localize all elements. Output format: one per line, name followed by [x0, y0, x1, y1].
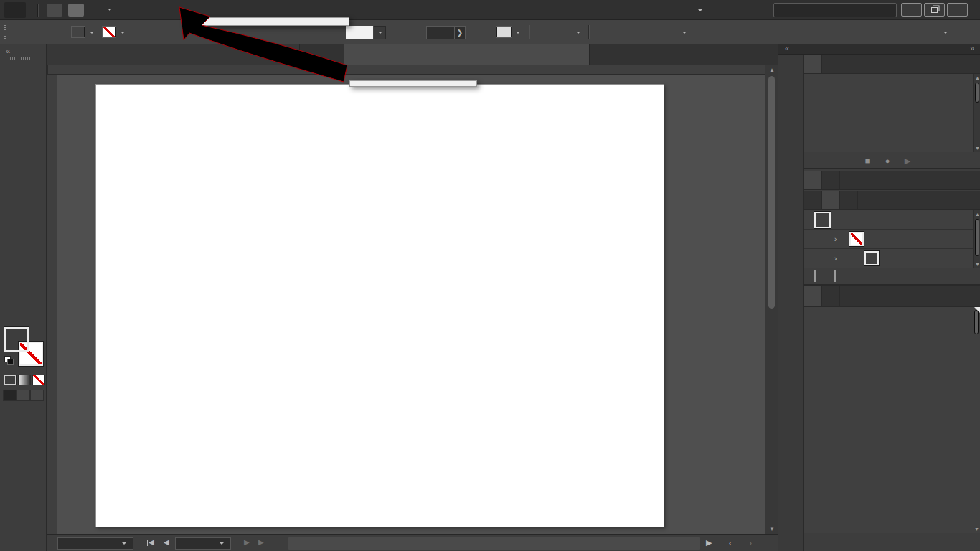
scroll-down-icon[interactable]: ▼: [975, 146, 980, 151]
style-swatch[interactable]: [496, 27, 512, 37]
align-objects-icon[interactable]: [644, 26, 656, 39]
tab-artboards[interactable]: [822, 286, 840, 306]
brush-definition-chevron[interactable]: [374, 26, 386, 39]
vertical-scrollbar[interactable]: ▲ ▼: [765, 65, 778, 534]
panel-menu-icon[interactable]: [965, 59, 976, 69]
artboard[interactable]: [95, 84, 664, 527]
delete-icon[interactable]: [963, 155, 975, 166]
share-icon[interactable]: [116, 3, 131, 17]
tab-layers[interactable]: [804, 286, 822, 306]
tab-appearance[interactable]: [822, 191, 840, 209]
new-action-icon[interactable]: [945, 155, 956, 166]
collapse-panel-icon[interactable]: «: [6, 47, 10, 55]
scroll-left-icon[interactable]: ‹: [729, 538, 732, 548]
stock-button[interactable]: [68, 4, 84, 17]
add-effect-icon[interactable]: [854, 273, 866, 284]
canvas-viewport[interactable]: [57, 75, 765, 534]
draw-inside-mode[interactable]: [30, 390, 44, 401]
ruler-origin-box[interactable]: [47, 65, 57, 75]
delete-layer-icon[interactable]: [961, 536, 972, 547]
expander-icon[interactable]: ›: [834, 255, 837, 263]
draw-normal-mode[interactable]: [3, 390, 17, 401]
appearance-scrollbar[interactable]: ▲ ▼: [973, 210, 980, 268]
scroll-right-icon[interactable]: ›: [749, 538, 752, 548]
duplicate-item-icon[interactable]: [935, 271, 946, 283]
tab-asset-export[interactable]: [840, 191, 858, 209]
minimize-button[interactable]: [901, 3, 922, 17]
document-tab-active[interactable]: [344, 44, 590, 65]
layers-scrollbar[interactable]: ▼: [973, 307, 980, 533]
tab-links[interactable]: [804, 171, 822, 189]
panel-menu-icon[interactable]: [965, 291, 976, 301]
selection-handle[interactable]: [263, 495, 268, 500]
arrange-documents-icon[interactable]: [89, 3, 103, 17]
next-artboard-icon[interactable]: ▶: [244, 538, 250, 546]
scroll-up-icon[interactable]: ▲: [975, 75, 980, 80]
scrollbar-thumb[interactable]: [768, 76, 775, 309]
delete-icon[interactable]: [955, 271, 966, 283]
fill-swatch[interactable]: [4, 327, 29, 352]
gradient-button[interactable]: [18, 375, 31, 385]
recolor-artwork-icon[interactable]: [537, 26, 550, 39]
scroll-up-icon[interactable]: ▲: [765, 67, 778, 73]
none-button[interactable]: [32, 375, 45, 385]
zoom-level-dropdown[interactable]: [57, 537, 133, 550]
scrollbar-thumb[interactable]: [974, 310, 979, 334]
new-sublayer-icon[interactable]: [920, 536, 931, 547]
color-button[interactable]: [4, 375, 17, 385]
locate-object-icon[interactable]: [881, 536, 892, 547]
begin-recording-icon[interactable]: ●: [882, 155, 893, 166]
chevron-down-icon[interactable]: [943, 32, 948, 36]
distribute-objects-icon[interactable]: [666, 26, 677, 39]
stroke-none-swatch[interactable]: [849, 232, 864, 246]
selection-handle[interactable]: [232, 495, 237, 500]
panel-menu-icon[interactable]: [965, 195, 976, 205]
chevron-down-icon[interactable]: [121, 32, 125, 36]
actions-scrollbar[interactable]: ▲ ▼: [973, 74, 980, 152]
scrollbar-thumb[interactable]: [975, 83, 979, 103]
collect-for-export-icon[interactable]: [859, 536, 871, 547]
chevron-down-icon[interactable]: [576, 32, 580, 36]
scroll-down-icon[interactable]: ▼: [975, 262, 980, 267]
draw-behind-mode[interactable]: [17, 390, 30, 401]
document-tab[interactable]: [47, 44, 300, 65]
first-artboard-icon[interactable]: ◀: [147, 538, 154, 546]
panel-menu-icon[interactable]: [965, 175, 976, 185]
bridge-button[interactable]: [47, 4, 62, 17]
restore-button[interactable]: [924, 3, 945, 17]
scroll-down-icon[interactable]: ▼: [974, 527, 979, 532]
make-clipping-mask-icon[interactable]: [900, 536, 912, 547]
play-selection-icon[interactable]: ▶: [902, 155, 913, 166]
tab-variables[interactable]: [804, 191, 822, 209]
collapse-dock-icon[interactable]: «: [785, 44, 789, 52]
last-artboard-icon[interactable]: ▶: [258, 538, 265, 546]
search-input[interactable]: [790, 5, 883, 15]
panel-grip[interactable]: [4, 25, 6, 39]
artboard-navigation-dropdown[interactable]: [175, 537, 231, 550]
bounding-box-icon[interactable]: [561, 26, 573, 39]
appearance-stroke-row[interactable]: ›: [804, 230, 980, 249]
stroke-color-swatch[interactable]: [103, 27, 116, 37]
opacity-value[interactable]: [426, 26, 455, 39]
scroll-up-icon[interactable]: ▲: [975, 212, 980, 217]
new-fill-icon[interactable]: [834, 271, 846, 283]
stop-playing-icon[interactable]: ■: [862, 155, 873, 166]
default-fill-stroke-icon[interactable]: [4, 356, 14, 366]
clear-appearance-icon[interactable]: [913, 271, 925, 283]
brush-definition-dropdown[interactable]: [346, 26, 373, 39]
fill-color-swatch[interactable]: [864, 251, 879, 265]
opacity-stepper[interactable]: ❯: [454, 26, 466, 39]
selection-handle[interactable]: [202, 495, 207, 500]
scrollbar-thumb[interactable]: [975, 219, 979, 256]
fill-color-swatch[interactable]: [72, 27, 85, 37]
panel-grip[interactable]: [10, 57, 36, 60]
expander-icon[interactable]: ›: [834, 235, 837, 243]
new-set-folder-icon[interactable]: [925, 155, 936, 166]
selected-path-shape[interactable]: [204, 316, 265, 500]
status-options-icon[interactable]: ▶: [706, 538, 712, 547]
chevron-down-icon[interactable]: [90, 32, 94, 36]
swap-fill-stroke-icon[interactable]: [34, 327, 44, 336]
tab-actions[interactable]: [804, 55, 822, 73]
visibility-eye-icon[interactable]: [814, 234, 826, 244]
stock-search-box[interactable]: [773, 3, 897, 17]
